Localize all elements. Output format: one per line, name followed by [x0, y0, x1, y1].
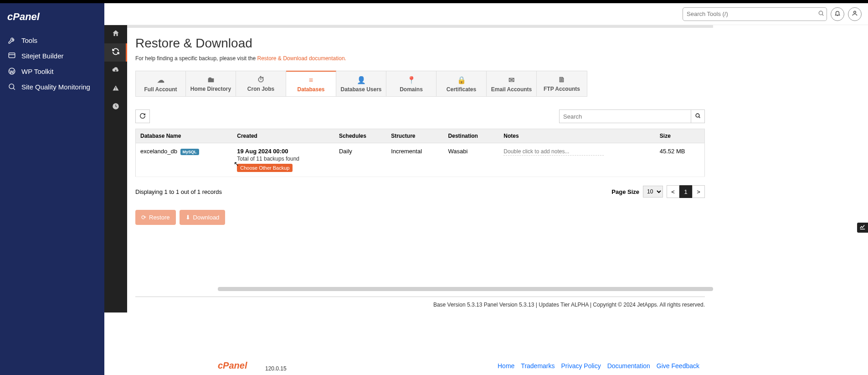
cpanel-version: 120.0.15	[265, 365, 287, 372]
warning-icon	[112, 84, 120, 94]
home-icon	[112, 29, 120, 40]
folder-icon: 🖿	[189, 76, 233, 84]
svg-point-5	[854, 11, 856, 13]
footer-link-privacy[interactable]: Privacy Policy	[561, 362, 601, 370]
sidebar-item-label: Sitejet Builder	[21, 52, 64, 60]
structure-cell: Incremental	[386, 143, 443, 177]
size-cell: 45.52 MB	[655, 143, 705, 177]
wordpress-icon	[7, 67, 16, 76]
sidebar-item-label: WP Toolkit	[21, 68, 53, 75]
tab-domains[interactable]: 📍Domains	[386, 71, 437, 96]
restore-icon: ⟳	[141, 214, 146, 221]
choose-other-backup-button[interactable]: Choose Other Backup	[237, 164, 293, 172]
svg-text:cPanel: cPanel	[218, 360, 247, 370]
tab-certificates[interactable]: 🔒Certificates	[437, 71, 487, 96]
footer-link-feedback[interactable]: Give Feedback	[657, 362, 699, 370]
strip-restore-button[interactable]	[104, 43, 127, 62]
category-tabs: ☁Full Account 🖿Home Directory ⏱Cron Jobs…	[135, 71, 587, 97]
page-size-select[interactable]: 10	[643, 186, 663, 198]
col-notes[interactable]: Notes	[499, 129, 655, 143]
db-engine-badge: MySQL	[180, 149, 199, 155]
sidebar-item-label: Tools	[21, 36, 37, 44]
footer-link-home[interactable]: Home	[498, 362, 514, 370]
cloud-download-icon	[112, 66, 120, 76]
strip-history-button[interactable]	[104, 98, 127, 116]
database-icon: ≡	[289, 76, 333, 84]
tab-home-directory[interactable]: 🖿Home Directory	[186, 71, 236, 96]
tab-ftp-accounts[interactable]: 🗎FTP Accounts	[537, 71, 587, 96]
sidebar-item-label: Site Quality Monitoring	[21, 83, 90, 91]
download-icon: ⬇	[185, 214, 190, 221]
table-row[interactable]: excelando_db MySQL 19 Aug 2024 00:00 Tot…	[136, 143, 705, 177]
global-search-input[interactable]	[683, 7, 827, 21]
content-panel: Restore & Download For help finding a sp…	[127, 25, 713, 312]
chart-icon	[859, 224, 866, 232]
pager-current-page[interactable]: 1	[679, 185, 692, 198]
svg-point-7	[696, 114, 699, 117]
svg-text:cPanel: cPanel	[7, 11, 40, 22]
strip-home-button[interactable]	[104, 25, 127, 43]
page-size-label: Page Size	[611, 188, 639, 195]
file-icon: 🗎	[539, 76, 584, 84]
notes-cell[interactable]: Double click to add notes...	[503, 148, 604, 156]
col-structure[interactable]: Structure	[386, 129, 443, 143]
page-title: Restore & Download	[135, 36, 705, 51]
svg-point-3	[9, 84, 14, 89]
pager-prev-button[interactable]: <	[667, 185, 679, 198]
refresh-icon	[112, 47, 120, 58]
notifications-button[interactable]	[831, 7, 844, 21]
user-icon: 👤	[339, 76, 383, 84]
table-search-button[interactable]	[691, 109, 705, 123]
user-icon	[852, 10, 858, 18]
sidebar-item-sitejet[interactable]: Sitejet Builder	[0, 48, 104, 63]
tab-cron-jobs[interactable]: ⏱Cron Jobs	[236, 71, 286, 96]
cloud-icon: ☁	[139, 76, 183, 84]
clock-icon	[112, 102, 120, 113]
app-footer: cPanel 120.0.15 Home Trademarks Privacy …	[218, 357, 699, 375]
col-schedules[interactable]: Schedules	[334, 129, 386, 143]
schedules-cell: Daily	[334, 143, 386, 177]
records-summary: Displaying 1 to 1 out of 1 records	[135, 188, 222, 195]
nav-list: Tools Sitejet Builder WP Toolkit Site Qu…	[0, 29, 104, 98]
tab-full-account[interactable]: ☁Full Account	[136, 71, 186, 96]
db-name: excelando_db	[140, 148, 177, 155]
tab-email-accounts[interactable]: ✉Email Accounts	[487, 71, 537, 96]
col-destination[interactable]: Destination	[444, 129, 499, 143]
bell-icon	[834, 10, 841, 18]
table-search-input[interactable]	[559, 109, 691, 123]
footer-link-trademarks[interactable]: Trademarks	[521, 362, 555, 370]
sitejet-icon	[7, 51, 16, 60]
stats-side-widget[interactable]	[857, 223, 868, 233]
refresh-icon	[139, 113, 146, 120]
module-footer: Base Version 5.3.13 Panel Version 5.3.13…	[135, 297, 705, 312]
svg-rect-1	[9, 53, 15, 58]
pager-next-button[interactable]: >	[692, 185, 705, 198]
account-button[interactable]	[848, 7, 862, 21]
app-header	[104, 3, 868, 25]
created-date: 19 Aug 2024 00:00	[237, 148, 330, 155]
search-quality-icon	[7, 82, 16, 91]
mail-icon: ✉	[489, 76, 534, 84]
sidebar-item-site-quality[interactable]: Site Quality Monitoring	[0, 79, 104, 94]
table-header-row: Database Name Created Schedules Structur…	[136, 129, 705, 143]
tab-databases[interactable]: ≡Databases	[286, 71, 336, 96]
tab-database-users[interactable]: 👤Database Users	[336, 71, 386, 96]
strip-alerts-button[interactable]	[104, 80, 127, 98]
refresh-table-button[interactable]	[135, 109, 150, 123]
footer-link-documentation[interactable]: Documentation	[607, 362, 650, 370]
download-button[interactable]: ⬇ Download	[180, 210, 226, 225]
sidebar-item-tools[interactable]: Tools	[0, 32, 104, 48]
col-database-name[interactable]: Database Name	[136, 129, 233, 143]
module-icon-strip	[104, 25, 127, 312]
col-size[interactable]: Size	[655, 129, 705, 143]
app-sidebar: cPanel Tools Sitejet Builder WP Toolk	[0, 0, 104, 375]
strip-download-button[interactable]	[104, 62, 127, 80]
cpanel-logo-icon: cPanel	[7, 11, 53, 22]
sidebar-item-wp[interactable]: WP Toolkit	[0, 63, 104, 79]
cpanel-footer-logo-icon: cPanel	[218, 360, 262, 370]
col-created[interactable]: Created	[232, 129, 334, 143]
destination-cell: Wasabi	[444, 143, 499, 177]
restore-button[interactable]: ⟳ Restore	[135, 210, 176, 225]
help-doc-link[interactable]: Restore & Download documentation.	[257, 55, 346, 62]
scrollbar-horizontal[interactable]	[218, 287, 713, 291]
